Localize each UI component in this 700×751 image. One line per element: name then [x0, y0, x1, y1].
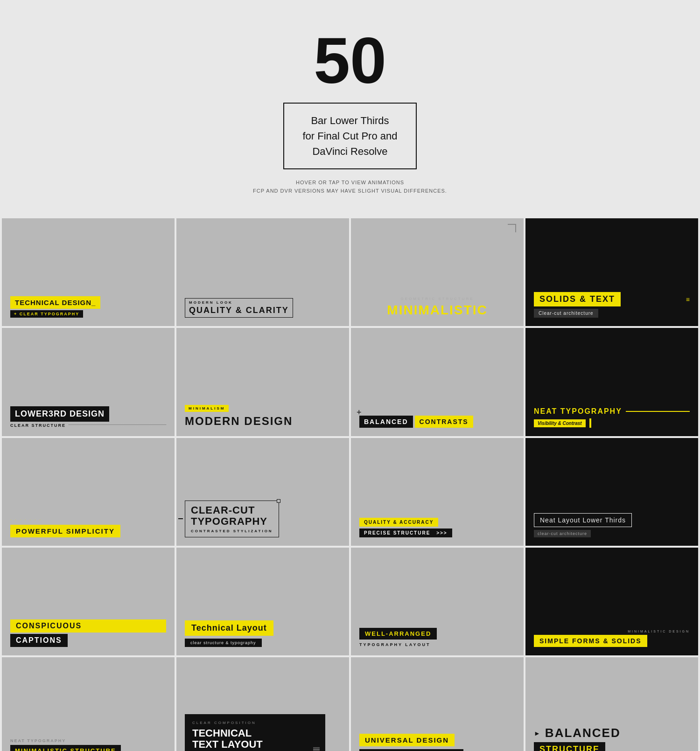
card4-title: SOLIDS & TEXT	[534, 292, 621, 306]
card18-box: clear composition TECHNICALTEXT LAYOUT	[185, 714, 325, 751]
card8-inner: NEAT TYPOGRAPHY Visibility & Contrast	[534, 407, 690, 428]
card13-row2: CAPTIONS	[10, 634, 68, 647]
card-neat-layout[interactable]: Neat Layout Lower Thirds clear-cut archi…	[525, 438, 698, 546]
card15-row2: TYPOGRAPHY LAYOUT	[359, 642, 515, 647]
card10-box: CLEAR-CUTTYPOGRAPHY CONTRASTED STYLIZATI…	[185, 501, 279, 537]
card-powerful-simplicity[interactable]: · · · · · · · POWERFUL SIMPLICITY	[2, 438, 175, 546]
card16-title: SIMPLE FORMS & SOLIDS	[534, 635, 647, 647]
card4-subtitle: Clear-cut architecture	[534, 309, 598, 318]
card14-title: Technical Layout	[185, 620, 273, 636]
card6-label: MINIMALISM	[185, 405, 229, 412]
card20-word2: STRUCTURE	[534, 742, 605, 751]
card-technical-text-layout[interactable]: clear composition TECHNICALTEXT LAYOUT	[176, 657, 349, 751]
card-minimalistic[interactable]: GEOMETRIC STRUCTURE MINIMALISTIC	[351, 218, 524, 326]
card5-sub-text: CLEAR STRUCTURE	[10, 423, 66, 428]
card3-title: MINIMALISTIC	[359, 303, 515, 318]
product-count: 50	[9, 28, 691, 93]
card10-title: CLEAR-CUTTYPOGRAPHY	[191, 505, 273, 527]
card15-inner: WELL-ARRANGED TYPOGRAPHY LAYOUT	[359, 628, 515, 647]
card4-top: SOLIDS & TEXT ≡	[534, 292, 690, 306]
card18-title: TECHNICALTEXT LAYOUT	[192, 728, 318, 750]
card-simple-forms[interactable]: MINIMALISTIC DESIGN SIMPLE FORMS & SOLID…	[525, 548, 698, 655]
card16-label: MINIMALISTIC DESIGN	[534, 630, 690, 633]
card3-inner: GEOMETRIC STRUCTURE MINIMALISTIC	[359, 297, 515, 318]
card19-row1: UNIVERSAL DESIGN	[359, 734, 455, 746]
card16-inner: MINIMALISTIC DESIGN SIMPLE FORMS & SOLID…	[534, 630, 690, 647]
card12-subtitle: clear-cut architecture	[534, 530, 591, 537]
card6-inner: MINIMALISM MODERN DESIGN	[185, 403, 341, 428]
card1-inner: TECHNICAL DESIGN_ + CLEAR TYPOGRAPHY	[10, 296, 166, 318]
card9-inner: · · · · · · · POWERFUL SIMPLICITY	[10, 518, 166, 537]
card5-dots	[69, 424, 166, 425]
card7-plus: +	[357, 408, 362, 417]
card14-inner: Technical Layout clear structure & typog…	[185, 620, 341, 647]
card12-box: Neat Layout Lower Thirds	[534, 513, 632, 527]
card7-title-group: BALANCED CONTRASTS	[359, 416, 515, 428]
card11-row2: PRECISE STRUCTURE >>>	[359, 528, 452, 537]
card8-title: NEAT TYPOGRAPHY	[534, 407, 622, 416]
card-quality-accuracy[interactable]: QUALITY & ACCURACY PRECISE STRUCTURE >>>	[351, 438, 524, 546]
card9-dots: · · · · · · ·	[10, 518, 166, 522]
card1-subtitle: + CLEAR TYPOGRAPHY	[10, 310, 83, 318]
card20-inner: ► BALANCED STRUCTURE	[534, 726, 690, 751]
card15-row1: WELL-ARRANGED	[359, 628, 437, 640]
card11-row1: QUALITY & ACCURACY	[359, 518, 438, 527]
card4-icon: ≡	[686, 296, 690, 303]
card10-inner: CLEAR-CUTTYPOGRAPHY CONTRASTED STYLIZATI…	[185, 501, 341, 537]
card-clearcut-typography[interactable]: CLEAR-CUTTYPOGRAPHY CONTRASTED STYLIZATI…	[176, 438, 349, 546]
card7-inner: BALANCED CONTRASTS	[359, 416, 515, 428]
card2-label: MODERN LOOK	[189, 300, 289, 305]
card10-subtitle: CONTRASTED STYLIZATION	[191, 529, 273, 533]
card8-line	[626, 411, 690, 412]
card-quality-clarity[interactable]: MODERN LOOK QUALITY & CLARITY	[176, 218, 349, 326]
card-balanced-structure[interactable]: ► BALANCED STRUCTURE	[525, 657, 698, 751]
card4-inner: SOLIDS & TEXT ≡ Clear-cut architecture	[534, 292, 690, 318]
card-neat-typography[interactable]: NEAT TYPOGRAPHY Visibility & Contrast	[525, 328, 698, 436]
card-modern-design[interactable]: MINIMALISM MODERN DESIGN	[176, 328, 349, 436]
card-balanced-contrasts[interactable]: + BALANCED CONTRASTS	[351, 328, 524, 436]
card2-box: MODERN LOOK QUALITY & CLARITY	[185, 298, 293, 318]
card19-inner: UNIVERSAL DESIGN MINIMALISTIC & MULTI-PU…	[359, 734, 515, 751]
card-well-arranged[interactable]: WELL-ARRANGED TYPOGRAPHY LAYOUT	[351, 548, 524, 655]
card5-inner: LOWER3RD DESIGN CLEAR STRUCTURE	[10, 406, 166, 428]
card12-inner: Neat Layout Lower Thirds clear-cut archi…	[534, 513, 690, 537]
card18-inner: clear composition TECHNICALTEXT LAYOUT	[185, 714, 341, 751]
card-technical-layout[interactable]: Technical Layout clear structure & typog…	[176, 548, 349, 655]
card13-inner: CONSPICUOUS CAPTIONS	[10, 619, 166, 647]
card10-corner	[277, 499, 280, 503]
card3-corner	[508, 224, 516, 232]
card-universal-design[interactable]: UNIVERSAL DESIGN MINIMALISTIC & MULTI-PU…	[351, 657, 524, 751]
card9-title: POWERFUL SIMPLICITY	[10, 525, 120, 537]
card-conspicuous[interactable]: CONSPICUOUS CAPTIONS	[2, 548, 175, 655]
card-neat-typography-bottom[interactable]: NEAT TYPOGRAPHY MINIMALISTIC STRUCTURE	[2, 657, 175, 751]
card-solids-text[interactable]: SOLIDS & TEXT ≡ Clear-cut architecture	[525, 218, 698, 326]
card10-box-wrap: CLEAR-CUTTYPOGRAPHY CONTRASTED STYLIZATI…	[185, 501, 279, 537]
card1-title: TECHNICAL DESIGN_	[10, 296, 100, 309]
card3-label: GEOMETRIC STRUCTURE	[359, 297, 515, 301]
card20-arrow: ►	[534, 730, 540, 737]
card12-title: Neat Layout Lower Thirds	[540, 516, 626, 524]
card10-left-line	[178, 518, 183, 519]
product-title: Bar Lower Thirds for Final Cut Pro and D…	[303, 113, 398, 159]
card-grid: TECHNICAL DESIGN_ + CLEAR TYPOGRAPHY MOD…	[2, 218, 698, 751]
card19-row2: MINIMALISTIC & MULTI-PURPOSE	[359, 749, 463, 751]
card18-label: clear composition	[192, 721, 318, 725]
card18-menu-icon	[313, 747, 320, 751]
card8-sub-line	[589, 418, 591, 428]
card8-top: NEAT TYPOGRAPHY	[534, 407, 690, 416]
card8-subtitle: Visibility & Contrast	[534, 419, 586, 427]
product-title-box: Bar Lower Thirds for Final Cut Pro and D…	[283, 103, 417, 169]
card7-word2: CONTRASTS	[415, 416, 473, 428]
card2-title: QUALITY & CLARITY	[189, 306, 289, 315]
card-technical-design[interactable]: TECHNICAL DESIGN_ + CLEAR TYPOGRAPHY	[2, 218, 175, 326]
card11-inner: QUALITY & ACCURACY PRECISE STRUCTURE >>>	[359, 517, 515, 537]
product-subtitle: HOVER OR TAP TO VIEW ANIMATIONS FCP AND …	[9, 179, 691, 195]
page-header: 50 Bar Lower Thirds for Final Cut Pro an…	[0, 0, 700, 204]
card-lower3rd-design[interactable]: LOWER3RD DESIGN CLEAR STRUCTURE	[2, 328, 175, 436]
card14-subtitle: clear structure & typography	[185, 639, 262, 647]
card13-row1: CONSPICUOUS	[10, 619, 166, 633]
card5-subtitle: CLEAR STRUCTURE	[10, 423, 166, 428]
card6-title: MODERN DESIGN	[185, 415, 341, 428]
card17-label: NEAT TYPOGRAPHY	[10, 738, 166, 743]
card8-subtitle-row: Visibility & Contrast	[534, 418, 690, 428]
